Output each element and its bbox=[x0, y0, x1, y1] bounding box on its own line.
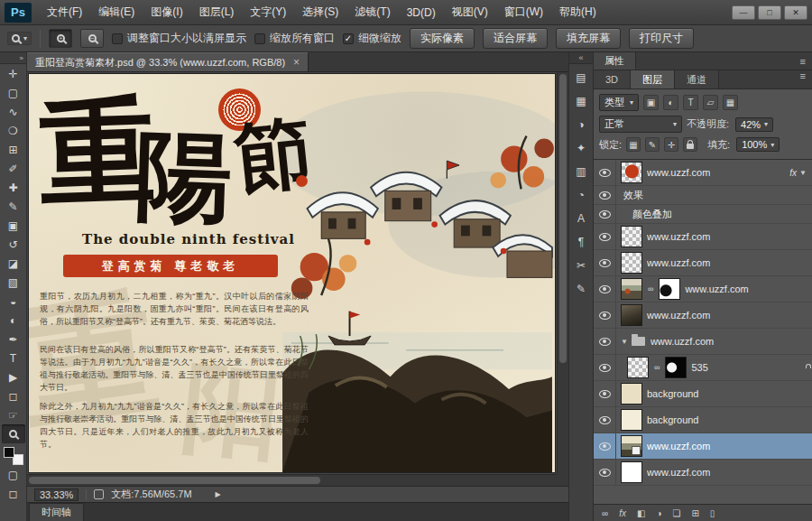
quick-selection-tool[interactable]: ❍ bbox=[2, 121, 25, 140]
swatches-panel-icon[interactable]: ▦ bbox=[571, 91, 591, 111]
brush-panel-icon[interactable]: ✎ bbox=[571, 279, 591, 299]
group-row[interactable]: ▼ www.uzzf.com bbox=[594, 329, 812, 355]
layer-thumbnail[interactable] bbox=[621, 226, 642, 247]
marquee-tool[interactable]: ▢ bbox=[2, 83, 25, 102]
adjustments-panel-icon[interactable]: ◑ bbox=[571, 115, 591, 135]
new-group-icon[interactable]: ❏ bbox=[672, 508, 680, 518]
shape-tool[interactable]: ◻ bbox=[2, 386, 25, 405]
visibility-toggle[interactable] bbox=[594, 407, 616, 433]
menu-file[interactable]: 文件(F) bbox=[39, 0, 90, 24]
opacity-field[interactable]: 42% ▾ bbox=[735, 117, 773, 132]
blend-mode-dropdown[interactable]: 正常 ▾ bbox=[599, 116, 682, 133]
properties-tab[interactable]: 属性 bbox=[594, 52, 636, 70]
visibility-toggle[interactable] bbox=[594, 250, 616, 275]
crop-tool[interactable]: ⊞ bbox=[2, 140, 25, 159]
layer-mask-thumbnail[interactable] bbox=[665, 357, 687, 378]
layer-effects-row[interactable]: 效果 bbox=[594, 186, 812, 205]
histogram-panel-icon[interactable]: ▥ bbox=[571, 162, 591, 181]
filter-pixel-layers-icon[interactable]: ▣ bbox=[643, 95, 659, 110]
fill-screen-button[interactable]: 填充屏幕 bbox=[556, 28, 621, 49]
menu-select[interactable]: 选择(S) bbox=[294, 0, 346, 24]
group-expand-caret-icon[interactable]: ▼ bbox=[621, 338, 628, 346]
visibility-toggle[interactable] bbox=[594, 205, 616, 223]
layer-style-icon[interactable]: fx bbox=[619, 508, 626, 518]
visibility-toggle[interactable] bbox=[594, 433, 616, 459]
visibility-toggle[interactable] bbox=[594, 381, 616, 406]
lock-all-icon[interactable] bbox=[683, 137, 697, 152]
horizontal-scrollbar-thumb[interactable] bbox=[29, 477, 320, 484]
lock-image-pixels-icon[interactable]: ✎ bbox=[645, 137, 660, 152]
tab-3d[interactable]: 3D bbox=[594, 70, 631, 88]
zoom-all-windows-checkbox[interactable]: 缩放所有窗口 bbox=[254, 31, 335, 46]
menu-type[interactable]: 文字(Y) bbox=[242, 0, 294, 24]
layer-thumbnail[interactable] bbox=[621, 383, 642, 405]
document-canvas[interactable]: 重 阳 bbox=[29, 74, 555, 472]
vertical-scrollbar[interactable] bbox=[557, 72, 568, 474]
masked-layer-row[interactable]: ∞ www.uzzf.com bbox=[594, 276, 812, 302]
locked-layer-row[interactable]: ∞ 535 bbox=[594, 355, 812, 381]
eraser-tool[interactable]: ◪ bbox=[2, 254, 25, 273]
active-tool-badge[interactable]: ▾ bbox=[7, 32, 32, 45]
add-layer-mask-icon[interactable]: ◧ bbox=[637, 508, 645, 518]
layer-thumbnail[interactable] bbox=[621, 461, 642, 483]
paragraph-panel-icon[interactable]: ¶ bbox=[571, 232, 591, 252]
quick-mask-button[interactable]: ▢ bbox=[2, 465, 25, 484]
print-size-button[interactable]: 打印尺寸 bbox=[629, 28, 694, 49]
link-layers-icon[interactable]: ∞ bbox=[602, 508, 608, 518]
mask-link-icon[interactable]: ∞ bbox=[654, 363, 660, 372]
fill-field[interactable]: 100% ▾ bbox=[736, 137, 780, 152]
adjustment-layer-icon[interactable]: ◑ bbox=[656, 508, 661, 518]
eyedropper-tool[interactable]: ✐ bbox=[2, 159, 25, 178]
toolbox-expand-icon[interactable]: » bbox=[0, 52, 26, 64]
actual-pixels-button[interactable]: 实际像素 bbox=[410, 28, 475, 49]
zoom-out-button[interactable]: − bbox=[80, 29, 104, 48]
layer-thumbnail[interactable] bbox=[621, 304, 642, 326]
layer-row[interactable]: www.uzzf.com bbox=[594, 250, 812, 276]
filter-adjustment-layers-icon[interactable]: ◐ bbox=[663, 95, 678, 110]
vertical-scrollbar-thumb[interactable] bbox=[559, 74, 567, 363]
horizontal-scrollbar[interactable] bbox=[27, 474, 557, 486]
visibility-toggle[interactable] bbox=[594, 329, 616, 354]
path-selection-tool[interactable]: ▶ bbox=[2, 367, 25, 386]
brush-tool[interactable]: ✎ bbox=[2, 197, 25, 216]
visibility-toggle[interactable] bbox=[594, 302, 616, 328]
minimize-button[interactable]: — bbox=[732, 5, 755, 20]
visibility-toggle[interactable] bbox=[594, 355, 616, 380]
pen-tool[interactable]: ✒ bbox=[2, 330, 25, 349]
paths-panel-icon[interactable]: ✂ bbox=[571, 256, 591, 275]
screen-mode-button[interactable]: ◻ bbox=[2, 484, 25, 503]
visibility-toggle[interactable] bbox=[594, 160, 616, 185]
fit-screen-button[interactable]: 适合屏幕 bbox=[483, 28, 548, 49]
layer-row[interactable]: www.uzzf.com fx ▼ bbox=[594, 160, 812, 186]
layer-thumbnail[interactable] bbox=[621, 162, 642, 183]
menu-window[interactable]: 窗口(W) bbox=[496, 0, 551, 24]
foreground-color-swatch[interactable] bbox=[4, 447, 14, 458]
history-brush-tool[interactable]: ↺ bbox=[2, 235, 25, 254]
gradient-tool[interactable]: ▧ bbox=[2, 273, 25, 292]
resize-window-checkbox[interactable]: 调整窗口大小以满屏显示 bbox=[112, 31, 246, 46]
zoom-tool[interactable] bbox=[2, 424, 25, 443]
visibility-toggle[interactable] bbox=[594, 460, 616, 485]
type-tool[interactable]: T bbox=[2, 349, 25, 367]
status-flyout-arrow-icon[interactable]: ▶ bbox=[216, 490, 221, 498]
healing-brush-tool[interactable]: ✚ bbox=[2, 178, 25, 197]
mask-link-icon[interactable]: ∞ bbox=[648, 284, 653, 293]
color-swatches[interactable] bbox=[4, 447, 23, 465]
fx-collapse-caret-icon[interactable]: ▼ bbox=[799, 169, 812, 177]
styles-panel-icon[interactable]: ✦ bbox=[571, 138, 591, 158]
close-button[interactable]: ✕ bbox=[784, 5, 807, 20]
scrubby-zoom-checkbox[interactable]: ✓ 细微缩放 bbox=[343, 31, 401, 46]
info-panel-icon[interactable]: ◔ bbox=[571, 185, 591, 205]
panel-menu-icon[interactable]: ≡ bbox=[800, 56, 812, 67]
filter-smart-objects-icon[interactable]: ▦ bbox=[723, 95, 738, 110]
fx-badge[interactable]: fx bbox=[789, 168, 799, 178]
color-overlay-effect-row[interactable]: 颜色叠加 bbox=[594, 205, 812, 224]
layer-row[interactable]: www.uzzf.com bbox=[594, 224, 812, 250]
visibility-toggle[interactable] bbox=[594, 276, 616, 302]
layer-thumbnail[interactable] bbox=[627, 357, 649, 378]
menu-filter[interactable]: 滤镜(T) bbox=[346, 0, 398, 24]
maximize-button[interactable]: □ bbox=[758, 5, 781, 20]
lasso-tool[interactable]: ∿ bbox=[2, 102, 25, 121]
layer-row[interactable]: background bbox=[594, 381, 812, 407]
layer-thumbnail[interactable] bbox=[621, 252, 642, 274]
